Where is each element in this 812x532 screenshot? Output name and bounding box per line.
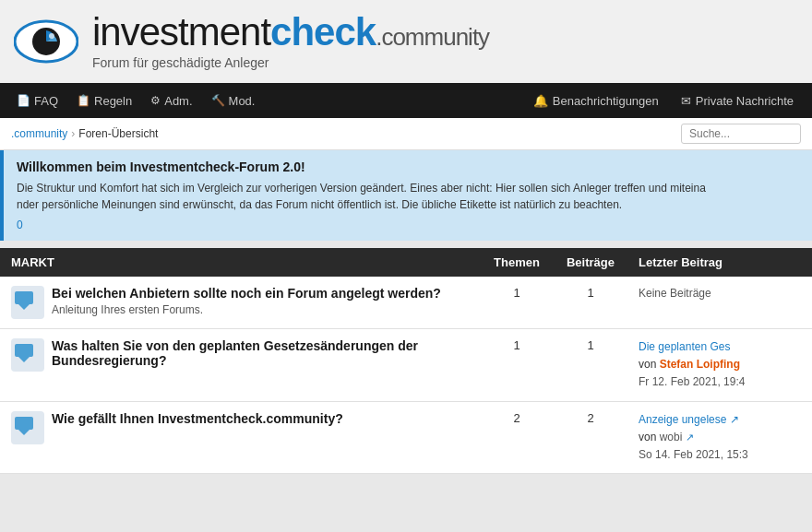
- no-post-0: Keine Beiträge: [639, 287, 711, 300]
- forum-cell-inner-1: Was halten Sie von den geplanten Gesetze…: [11, 338, 469, 372]
- forum-info-0: Bei welchen Anbietern sollte noch ein Fo…: [52, 286, 441, 316]
- forum-icon-0: [11, 286, 44, 319]
- last-post-author-1: Stefan Loipfing: [660, 358, 740, 371]
- nav-mod[interactable]: 🔨 Mod.: [204, 87, 263, 115]
- svg-point-3: [49, 33, 54, 39]
- svg-marker-7: [18, 357, 30, 362]
- forum-cell-name-0: Bei welchen Anbietern sollte noch ein Fo…: [0, 277, 480, 329]
- forum-table: MARKT Themen Beiträge Letzter Beitrag Be…: [0, 248, 812, 474]
- nav-private-nachrichten[interactable]: ✉ Private Nachrichte: [672, 87, 803, 115]
- table-row: Was halten Sie von den geplanten Gesetze…: [0, 329, 812, 402]
- header-letzter-beitrag: Letzter Beitrag: [627, 248, 812, 277]
- welcome-text1: Die Struktur und Komfort hat sich im Ver…: [17, 182, 706, 195]
- nav-benachrichtigungen-label: Benachrichtigungen: [553, 94, 659, 108]
- mod-icon: 🔨: [211, 94, 225, 107]
- nav-benachrichtigungen[interactable]: 🔔 Benachrichtigungen: [524, 87, 668, 115]
- forum-beitraege-1: 1: [554, 329, 627, 402]
- forum-title-1[interactable]: Was halten Sie von den geplanten Gesetze…: [52, 338, 469, 368]
- nav-regeln[interactable]: 📋 Regeln: [69, 87, 139, 115]
- navbar: 📄 FAQ 📋 Regeln ⚙ Adm. 🔨 Mod. 🔔 Benachric…: [0, 83, 812, 118]
- forum-themen-1: 1: [480, 329, 554, 402]
- forum-section: MARKT Themen Beiträge Letzter Beitrag Be…: [0, 248, 812, 474]
- regeln-icon: 📋: [77, 94, 90, 107]
- forum-cell-inner-0: Bei welchen Anbietern sollte noch ein Fo…: [11, 286, 469, 319]
- svg-rect-8: [15, 417, 33, 430]
- forum-title-0[interactable]: Bei welchen Anbietern sollte noch ein Fo…: [52, 286, 441, 301]
- forum-icon-2: [11, 411, 44, 444]
- wobi-ext-icon: ↗: [686, 432, 694, 443]
- nav-private-label: Private Nachrichte: [696, 94, 794, 108]
- forum-icon-1: [11, 338, 44, 372]
- logo-check: check: [270, 10, 376, 53]
- forum-cell-inner-2: Wie gefällt Ihnen Investmentcheck.commun…: [11, 411, 469, 444]
- forum-last-2: Anzeige ungelese ↗ von wobi ↗ So 14. Feb…: [627, 401, 812, 474]
- header-beitraege: Beiträge: [554, 248, 627, 277]
- forum-last-1: Die geplanten Ges von Stefan Loipfing Fr…: [627, 329, 812, 402]
- last-post-2: Anzeige ungelese ↗ von wobi ↗ So 14. Feb…: [639, 411, 801, 465]
- nav-faq-label: FAQ: [34, 94, 58, 108]
- svg-rect-6: [15, 344, 33, 357]
- welcome-text: Die Struktur und Komfort hat sich im Ver…: [17, 180, 799, 213]
- forum-title-2[interactable]: Wie gefällt Ihnen Investmentcheck.commun…: [52, 411, 343, 426]
- forum-themen-0: 1: [480, 277, 554, 329]
- last-post-title-1[interactable]: Die geplanten Ges: [639, 340, 730, 353]
- last-post-1: Die geplanten Ges von Stefan Loipfing Fr…: [639, 338, 801, 392]
- forum-last-0: Keine Beiträge: [627, 277, 812, 329]
- svg-marker-9: [18, 430, 30, 435]
- navbar-right: 🔔 Benachrichtigungen ✉ Private Nachricht…: [524, 87, 803, 115]
- svg-rect-4: [15, 291, 33, 304]
- header-markt: MARKT: [0, 248, 480, 277]
- breadcrumb-current: Foren-Übersicht: [78, 127, 158, 140]
- adm-icon: ⚙: [150, 94, 161, 107]
- welcome-text2: nder persönliche Meinungen sind erwünsch…: [17, 198, 622, 211]
- table-row: Wie gefällt Ihnen Investmentcheck.commun…: [0, 401, 812, 474]
- unread-indicator: ↗: [730, 413, 739, 426]
- nav-adm[interactable]: ⚙ Adm.: [143, 87, 199, 115]
- welcome-link[interactable]: 0: [17, 219, 23, 231]
- forum-cell-name-1: Was halten Sie von den geplanten Gesetze…: [0, 329, 480, 402]
- logo-dot-community: .community: [376, 23, 489, 51]
- breadcrumb-home[interactable]: .community: [11, 127, 67, 140]
- navbar-left: 📄 FAQ 📋 Regeln ⚙ Adm. 🔨 Mod.: [9, 87, 262, 115]
- forum-beitraege-2: 2: [554, 401, 627, 474]
- nav-faq[interactable]: 📄 FAQ: [9, 87, 66, 115]
- forum-themen-2: 2: [480, 401, 554, 474]
- logo-text-block: investmentcheck.community Forum für gesc…: [92, 13, 489, 70]
- nav-regeln-label: Regeln: [94, 94, 132, 108]
- bell-icon: 🔔: [533, 94, 548, 108]
- forum-table-header: MARKT Themen Beiträge Letzter Beitrag: [0, 248, 812, 277]
- breadcrumb-separator: ›: [71, 127, 75, 140]
- forum-info-2: Wie gefällt Ihnen Investmentcheck.commun…: [52, 411, 343, 429]
- breadcrumb-row: .community › Foren-Übersicht: [0, 118, 812, 150]
- site-logo-icon: [14, 9, 78, 74]
- forum-cell-name-2: Wie gefällt Ihnen Investmentcheck.commun…: [0, 401, 480, 474]
- search-input[interactable]: [681, 124, 801, 144]
- header-themen: Themen: [480, 248, 554, 277]
- table-row: Bei welchen Anbietern sollte noch ein Fo…: [0, 277, 812, 329]
- last-post-title-2[interactable]: Anzeige ungelese: [639, 413, 726, 426]
- faq-icon: 📄: [17, 94, 30, 107]
- logo-subtitle: Forum für geschädigte Anleger: [92, 55, 489, 70]
- envelope-icon: ✉: [681, 94, 691, 108]
- site-header: investmentcheck.community Forum für gesc…: [0, 0, 812, 83]
- nav-mod-label: Mod.: [229, 94, 256, 108]
- welcome-title: Willkommen beim Investmentcheck-Forum 2.…: [17, 160, 799, 174]
- forum-info-1: Was halten Sie von den geplanten Gesetze…: [52, 338, 469, 371]
- breadcrumb: .community › Foren-Übersicht: [11, 127, 158, 140]
- last-post-author-2: wobi: [660, 431, 683, 443]
- last-post-date-1: Fr 12. Feb 2021, 19:4: [639, 375, 745, 388]
- welcome-banner: Willkommen beim Investmentcheck-Forum 2.…: [0, 150, 812, 241]
- nav-adm-label: Adm.: [164, 94, 192, 108]
- forum-desc-0: Anleitung Ihres ersten Forums.: [52, 303, 441, 316]
- last-post-date-2: So 14. Feb 2021, 15:3: [639, 448, 748, 461]
- logo-title: investmentcheck.community: [92, 13, 489, 52]
- svg-marker-5: [18, 304, 30, 310]
- logo-investment: investment: [92, 10, 270, 53]
- forum-beitraege-0: 1: [554, 277, 627, 329]
